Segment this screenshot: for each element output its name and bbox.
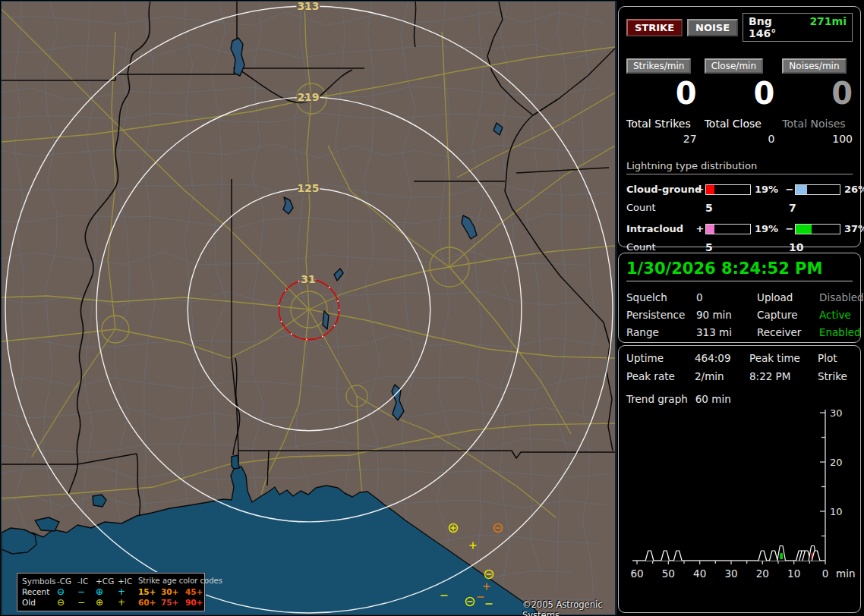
cg-minus-count: 7 <box>789 202 853 214</box>
bearing-range: 271mi <box>809 15 847 39</box>
legend-row-recent: Recent⊖−⊕+15+30+45+ <box>22 586 201 597</box>
total-noises-value: 100 <box>782 133 853 145</box>
svg-text:20: 20 <box>756 567 769 580</box>
legend-col-ncg: -CG <box>57 576 77 586</box>
datetime-display: 1/30/2026 8:24:52 PM <box>626 259 853 281</box>
strike-symbol-glyph: ⊖ <box>57 597 77 608</box>
setting-label: Persistence <box>626 309 696 321</box>
strike-symbol-glyph: − <box>77 597 96 608</box>
intracloud-row: Intracloud + 19% − 37% <box>626 223 853 234</box>
stat-value: Strike <box>818 370 853 382</box>
strikes-per-min-value: 0 <box>626 77 697 110</box>
age-code: 15+ <box>138 586 161 597</box>
stat-label: Peak time <box>749 352 818 364</box>
count-label: Count <box>626 241 705 253</box>
svg-text:0: 0 <box>822 567 829 580</box>
intracloud-label: Intracloud <box>626 223 695 234</box>
cg-plus-pct: 19% <box>751 184 784 195</box>
cloud-ground-label: Cloud-ground <box>626 184 695 195</box>
setting-status: Enabled <box>819 326 864 338</box>
strikes-per-min-chip: Strikes/min <box>626 58 691 74</box>
radar-map[interactable]: 31125219313 Symbols -CG -IC +CG +IC Stri… <box>2 2 616 614</box>
ic-plus-pct: 19% <box>751 223 784 234</box>
setting-label: Squelch <box>626 291 696 303</box>
plus-sign: + <box>695 184 705 195</box>
age-code: 75+ <box>161 597 185 608</box>
legend-row-old: Old⊖−⊕+60+75+90+ <box>22 597 201 608</box>
svg-text:313: 313 <box>297 2 319 12</box>
strike-symbol-glyph: + <box>118 597 138 608</box>
noises-per-min-chip: Noises/min <box>782 58 846 74</box>
ic-minus-count: 10 <box>789 241 853 253</box>
plus-sign: + <box>695 223 705 234</box>
ic-minus-bar <box>795 224 840 234</box>
legend-age-header: Strike age color codes <box>138 576 208 586</box>
setting-status: Active <box>819 309 864 321</box>
stat-label: Peak rate <box>626 370 695 382</box>
total-strikes-value: 27 <box>626 133 697 145</box>
svg-text:219: 219 <box>297 91 319 103</box>
svg-text:30: 30 <box>830 407 843 419</box>
map-canvas[interactable]: 31125219313 <box>2 2 615 614</box>
legend-symbols-header: Symbols <box>22 576 57 586</box>
noise-button[interactable]: NOISE <box>687 19 738 36</box>
setting-value: 313 mi <box>696 326 757 338</box>
legend-col-pic: +IC <box>118 576 138 586</box>
age-code: 60+ <box>138 597 161 608</box>
svg-text:60: 60 <box>630 567 643 580</box>
stat-label: Uptime <box>626 352 695 364</box>
count-label: Count <box>626 202 705 214</box>
strike-symbol-glyph: ⊖ <box>57 586 77 597</box>
strike-button[interactable]: STRIKE <box>626 19 683 36</box>
legend-col-pcg: +CG <box>96 576 118 586</box>
legend-row-label: Recent <box>22 586 57 597</box>
setting-label: Upload <box>757 291 819 303</box>
stats-grid: Uptime464:09Peak timePlotPeak rate2/min8… <box>626 352 853 382</box>
legend-col-nic: -IC <box>77 576 96 586</box>
ic-minus-pct: 37% <box>840 223 864 234</box>
strike-symbol-glyph: − <box>77 586 96 597</box>
total-strikes-label: Total Strikes <box>626 118 697 130</box>
setting-value: 90 min <box>696 309 757 321</box>
age-code: 90+ <box>185 597 208 608</box>
time-settings-box: 1/30/2026 8:24:52 PM Squelch0UploadDisab… <box>618 253 861 343</box>
stat-value: 464:09 <box>695 352 749 364</box>
svg-text:31: 31 <box>301 273 315 285</box>
legend-row-label: Old <box>22 597 57 608</box>
uptime-trend-box: Uptime464:09Peak timePlotPeak rate2/min8… <box>618 345 861 613</box>
svg-text:40: 40 <box>693 567 706 580</box>
bearing-readout: Bng 146° 271mi <box>743 13 853 42</box>
copyright-text: ©2005 Astrogenic Systems <box>522 599 615 616</box>
ic-plus-count: 5 <box>705 241 789 253</box>
cloud-ground-row: Cloud-ground + 19% − 26% <box>626 184 853 195</box>
setting-status: Disabled <box>819 291 864 303</box>
setting-label: Receiver <box>757 326 819 338</box>
strike-symbol-glyph: ⊕ <box>96 597 118 608</box>
cg-minus-bar <box>795 184 840 195</box>
strike-symbol-glyph: + <box>118 586 138 597</box>
svg-text:min: min <box>836 567 855 580</box>
total-noises-label: Total Noises <box>782 118 853 130</box>
stat-value: 2/min <box>695 370 749 382</box>
svg-text:20: 20 <box>830 457 843 468</box>
strike-symbol-glyph: ⊕ <box>96 586 118 597</box>
setting-value: 0 <box>696 291 757 303</box>
svg-text:30: 30 <box>724 567 737 580</box>
age-code: 30+ <box>161 586 185 597</box>
ic-plus-bar <box>705 224 751 234</box>
stat-label: 8:22 PM <box>749 370 818 382</box>
map-legend: Symbols -CG -IC +CG +IC Strike age color… <box>17 573 205 611</box>
close-per-min-value: 0 <box>705 77 775 110</box>
setting-label: Capture <box>757 309 819 321</box>
status-panel: STRIKE NOISE Bng 146° 271mi Strikes/min … <box>616 0 864 616</box>
cg-plus-bar <box>705 184 751 195</box>
minus-sign: − <box>784 223 795 234</box>
age-code: 45+ <box>185 586 208 597</box>
total-close-value: 0 <box>705 133 775 145</box>
cg-plus-count: 5 <box>705 202 789 214</box>
intracloud-count-row: Count 5 10 <box>626 241 853 253</box>
cg-minus-pct: 26% <box>840 184 864 195</box>
noises-per-min-value: 0 <box>782 77 853 110</box>
svg-text:10: 10 <box>787 567 800 580</box>
svg-text:50: 50 <box>662 567 675 580</box>
